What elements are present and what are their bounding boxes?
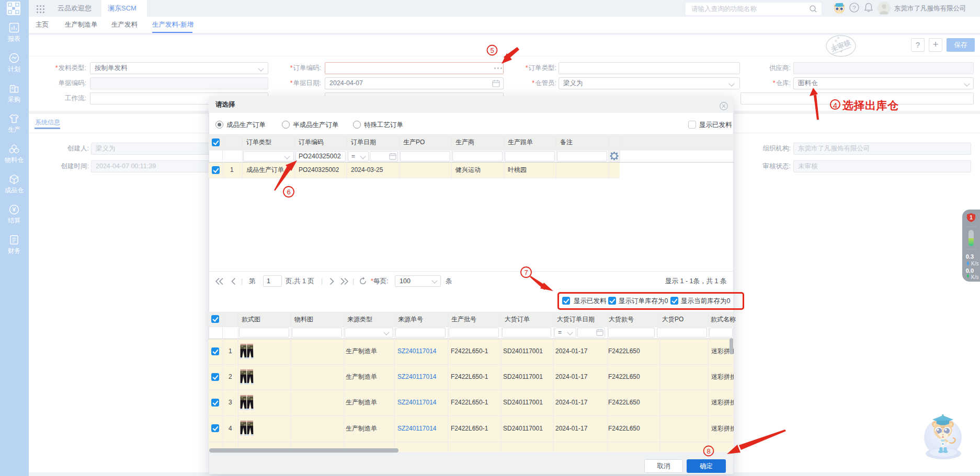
svg-text:0.3: 0.3 [966, 253, 974, 260]
svg-text:0.0: 0.0 [966, 268, 974, 274]
svg-text:1: 1 [970, 215, 973, 220]
svg-text:?: ? [852, 5, 856, 11]
svg-text:K/s: K/s [971, 261, 978, 266]
svg-text:✲: ✲ [837, 36, 840, 40]
svg-text:K/s: K/s [971, 274, 978, 280]
